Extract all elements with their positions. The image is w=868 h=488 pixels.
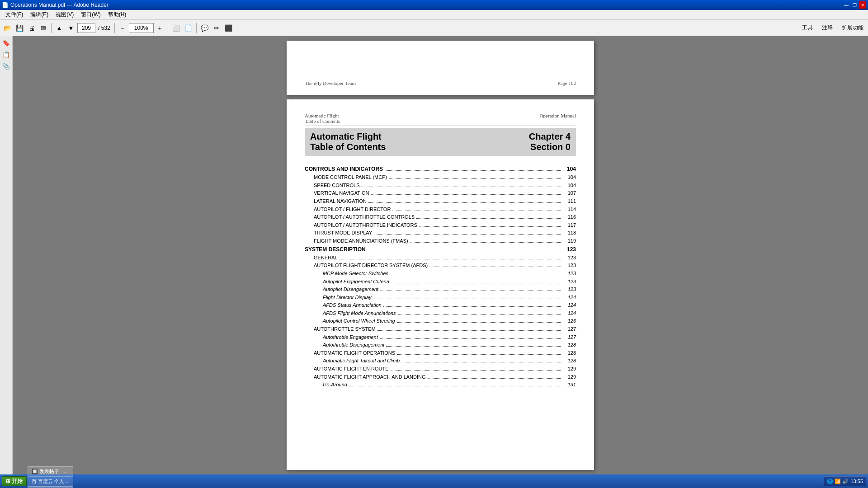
toc-page: 129 <box>562 365 576 373</box>
tools-button[interactable]: 工具 <box>799 23 816 33</box>
menu-help[interactable]: 帮助(H) <box>104 10 130 19</box>
close-button[interactable]: ✕ <box>859 1 866 9</box>
menu-view[interactable]: 视图(V) <box>52 10 77 19</box>
zoom-out-button[interactable]: − <box>117 22 128 34</box>
toc-label: Autopilot Disengagement <box>323 286 378 294</box>
toc-dots <box>419 226 561 227</box>
toc-dots <box>397 354 561 355</box>
toc-dots <box>380 338 561 339</box>
chapter-right: Chapter 4 Section 0 <box>529 131 571 152</box>
sidebar-attach-icon[interactable]: 📎 <box>1 61 11 71</box>
markup-tool-button[interactable]: ✏ <box>211 22 222 34</box>
footer-left: The iFly Developer Team <box>305 80 356 86</box>
snapshot-button[interactable]: ⬛ <box>223 22 234 34</box>
app-icon: 📄 <box>2 2 9 8</box>
comment-tool-button[interactable]: 💬 <box>199 22 210 34</box>
fit-page-button[interactable]: ⬜ <box>170 22 182 34</box>
system-tray: 🌐 📶 🔊 13:55 <box>824 476 866 486</box>
toc-page: 104 <box>562 165 576 174</box>
next-page-button[interactable]: ▼ <box>66 22 76 34</box>
extend-button[interactable]: 扩展功能 <box>839 23 866 33</box>
toc-dots <box>428 378 561 379</box>
toc-entry: MODE CONTROL PANEL (MCP)104 <box>305 174 576 182</box>
total-pages: / 532 <box>98 25 110 31</box>
chapter-header: Automatic Flight Table of Contents Chapt… <box>305 128 576 156</box>
zoom-input[interactable] <box>129 23 154 33</box>
toc-page: 123 <box>562 245 576 254</box>
start-label: 开始 <box>12 478 23 485</box>
toc-entry: AUTOPILOT / AUTOTHROTTLE CONTROLS116 <box>305 213 576 221</box>
zoom-in-button[interactable]: + <box>155 22 165 34</box>
toolbar-right: 工具 注释 扩展功能 <box>799 23 866 33</box>
toc-page: 127 <box>562 325 576 333</box>
toc-label: Autopilot Control Wheel Steering <box>323 317 395 325</box>
toc-page: 123 <box>562 262 576 270</box>
toc-page: 131 <box>562 381 576 389</box>
toc-entry: Autopilot Control Wheel Steering126 <box>305 317 576 325</box>
page-footer: The iFly Developer Team Page 102 <box>287 80 594 86</box>
toc-dots <box>397 322 561 323</box>
toc-label: Flight Director Display <box>323 294 372 302</box>
toc-entry: AUTOTHROTTLE SYSTEM127 <box>305 325 576 333</box>
comment-button[interactable]: 注释 <box>819 23 835 33</box>
chapter-number: Chapter 4 <box>529 131 571 142</box>
toc-page: 116 <box>562 213 576 221</box>
toc-dots <box>416 218 561 219</box>
taskbar-item-0[interactable]: 🔲 发表帖子 - ... <box>28 466 73 476</box>
toc-entry: AUTOMATIC FLIGHT OPERATIONS128 <box>305 349 576 357</box>
title-bar-left: 📄 Operations Manual.pdf — Adobe Reader <box>2 2 108 8</box>
toc-entry: SYSTEM DESCRIPTION123 <box>305 245 576 254</box>
start-button[interactable]: ⊞ 开始 <box>2 476 27 486</box>
section-number: Section 0 <box>529 142 571 152</box>
toc-page: 123 <box>562 254 576 262</box>
toc-dots <box>383 306 561 307</box>
start-icon: ⊞ <box>6 478 10 484</box>
toc-entry: AFDS Status Annunciation124 <box>305 301 576 310</box>
tray-time: 13:55 <box>850 479 863 484</box>
page-header-subsection: Table of Contents <box>305 118 340 124</box>
toc-dots <box>398 314 561 315</box>
menu-edit[interactable]: 编辑(E) <box>27 10 52 19</box>
email-button[interactable]: ✉ <box>38 22 49 34</box>
toc-entry: Flight Director Display124 <box>305 294 576 302</box>
pdf-area[interactable]: The iFly Developer Team Page 102 Automat… <box>13 36 868 474</box>
separator-4 <box>196 23 197 33</box>
menu-file[interactable]: 文件(F) <box>2 10 27 19</box>
pdf-page-top: The iFly Developer Team Page 102 <box>287 41 594 95</box>
taskbar-item-2[interactable]: 📄 Operations ... <box>28 486 73 488</box>
page-number-input[interactable] <box>77 23 95 33</box>
taskbar-right: 🌐 📶 🔊 13:55 <box>824 476 866 486</box>
chapter-subtitle: Table of Contents <box>310 142 386 152</box>
menu-window[interactable]: 窗口(W) <box>77 10 104 19</box>
toc-dots <box>371 194 561 195</box>
sidebar-bookmark-icon[interactable]: 🔖 <box>1 38 11 48</box>
restore-button[interactable]: ❐ <box>851 1 858 9</box>
toc-label: AUTOMATIC FLIGHT EN ROUTE <box>314 365 389 373</box>
toc-page: 119 <box>562 237 576 245</box>
print-button[interactable]: 🖨 <box>26 22 37 34</box>
toc-label: AFDS Flight Mode Annunciations <box>323 310 396 318</box>
prev-page-button[interactable]: ▲ <box>54 22 65 34</box>
toc-entry: Autopilot Disengagement123 <box>305 286 576 294</box>
toc-label: FLIGHT MODE ANNUNCIATIONS (FMAS) <box>314 237 408 245</box>
footer-right: Page 102 <box>557 80 576 86</box>
toc-page: 114 <box>562 206 576 214</box>
toc-label: VERTICAL NAVIGATION <box>314 189 369 197</box>
taskbar: ⊞ 开始 🔲 发表帖子 - ...百 百度云 个人...📄 Operations… <box>0 474 868 488</box>
toc-page: 124 <box>562 310 576 318</box>
toc-entry: VERTICAL NAVIGATION107 <box>305 189 576 197</box>
toc-dots <box>368 202 561 203</box>
toc-entry: AUTOPILOT / AUTOTHROTTLE INDICATORS117 <box>305 221 576 230</box>
taskbar-item-1[interactable]: 百 百度云 个人... <box>28 476 73 486</box>
toc-label: AUTOPILOT / AUTOTHROTTLE INDICATORS <box>314 221 417 230</box>
toc-label: AFDS Status Annunciation <box>323 301 382 310</box>
minimize-button[interactable]: — <box>843 1 850 9</box>
toc-entry: Go-Around131 <box>305 381 576 389</box>
fit-width-button[interactable]: 📄 <box>183 22 194 34</box>
toc-label: THRUST MODE DISPLAY <box>314 229 372 237</box>
save-button[interactable]: 💾 <box>14 22 25 34</box>
open-button[interactable]: 📂 <box>2 22 13 34</box>
toc-dots <box>373 299 561 299</box>
sidebar-pages-icon[interactable]: 📋 <box>1 50 11 60</box>
toc-label: AUTOMATIC FLIGHT OPERATIONS <box>314 349 395 357</box>
